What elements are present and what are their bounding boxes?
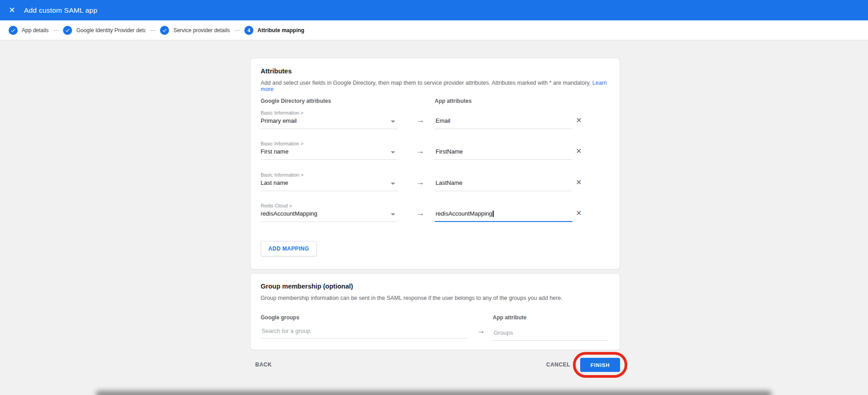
- add-mapping-button[interactable]: ADD MAPPING: [261, 241, 317, 256]
- chevron-down-icon: [391, 120, 395, 123]
- check-icon: [9, 26, 18, 35]
- check-icon: [160, 26, 169, 35]
- attributes-card-description: Add and select user fields in Google Dir…: [261, 80, 620, 92]
- app-attribute-input-focused[interactable]: redisAccountMapping: [435, 203, 572, 223]
- step-label: Attribute mapping: [257, 27, 304, 34]
- attribute-value: redisAccountMapping: [261, 210, 317, 217]
- delete-mapping-icon[interactable]: ✕: [573, 115, 584, 125]
- dialog-title: Add custom SAML app: [24, 6, 97, 14]
- check-icon: [63, 26, 72, 35]
- app-attribute-value: redisAccountMapping: [436, 210, 494, 217]
- arrow-right-icon: →: [411, 146, 429, 156]
- back-button[interactable]: BACK: [255, 361, 272, 368]
- step-number-badge: 4: [244, 26, 253, 35]
- attribute-category: Basic Information >: [261, 172, 303, 178]
- arrow-right-icon: →: [472, 326, 490, 336]
- field-underline: [261, 222, 398, 222]
- step-separator: —: [150, 27, 155, 34]
- field-underline: [261, 191, 398, 191]
- attribute-value: Last name: [261, 179, 288, 186]
- mapping-row: Basic Information > Last name → LastName…: [261, 172, 611, 195]
- step-label: Google Identity Provider details: [76, 27, 145, 34]
- directory-attribute-select[interactable]: Basic Information > Last name: [261, 172, 398, 192]
- app-attribute-value: Email: [436, 117, 451, 124]
- delete-mapping-icon[interactable]: ✕: [573, 145, 584, 156]
- google-directory-attributes-header: Google Directory attributes: [261, 98, 331, 104]
- directory-attribute-select[interactable]: Basic Information > Primary email: [261, 110, 398, 130]
- group-app-attribute-field: [493, 325, 608, 341]
- field-underline: [435, 129, 572, 129]
- step-app-details[interactable]: App details: [9, 26, 48, 35]
- app-attributes-header: App attributes: [435, 98, 471, 104]
- step-label: App details: [22, 27, 48, 34]
- field-underline: [435, 159, 572, 160]
- google-groups-header: Google groups: [261, 314, 299, 321]
- app-attribute-input[interactable]: Email: [435, 110, 572, 130]
- directory-attribute-select[interactable]: Basic Information > First name: [261, 141, 398, 161]
- field-underline-focused: [435, 221, 572, 222]
- group-card-description: Group membership information can be sent…: [261, 295, 563, 301]
- attribute-category: Redis Cloud >: [261, 203, 292, 208]
- group-search-field: [261, 323, 467, 339]
- add-saml-app-dialog: ✕ Add custom SAML app App details — Goog…: [0, 0, 868, 395]
- delete-mapping-icon[interactable]: ✕: [573, 177, 584, 188]
- app-attribute-input[interactable]: FirstName: [435, 141, 572, 161]
- app-attribute-value: FirstName: [436, 148, 463, 155]
- directory-attribute-select[interactable]: Redis Cloud > redisAccountMapping: [261, 203, 398, 223]
- attribute-value: Primary email: [261, 117, 296, 124]
- close-icon[interactable]: ✕: [0, 0, 20, 20]
- step-attribute-mapping[interactable]: 4 Attribute mapping: [244, 26, 304, 35]
- field-underline: [261, 129, 398, 129]
- mapping-row: Redis Cloud > redisAccountMapping → redi…: [261, 203, 611, 226]
- dialog-header: ✕ Add custom SAML app: [0, 0, 868, 20]
- arrow-right-icon: →: [411, 178, 429, 187]
- app-attribute-header: App attribute: [493, 314, 527, 321]
- mapping-row: Basic Information > First name → FirstNa…: [261, 141, 611, 164]
- chevron-down-icon: [391, 183, 395, 185]
- description-text: Add and select user fields in Google Dir…: [261, 80, 591, 86]
- delete-mapping-icon[interactable]: ✕: [573, 207, 584, 218]
- app-attribute-input[interactable]: LastName: [435, 172, 572, 192]
- cancel-button[interactable]: CANCEL: [546, 361, 570, 368]
- group-membership-card: Group membership (optional) Group member…: [250, 273, 620, 350]
- group-search-input[interactable]: [261, 323, 467, 339]
- attributes-card-title: Attributes: [261, 67, 291, 75]
- mapping-row: Basic Information > Primary email → Emai…: [261, 110, 611, 133]
- step-separator: —: [53, 27, 58, 34]
- arrow-right-icon: →: [411, 116, 429, 125]
- attribute-value: First name: [261, 148, 288, 155]
- attributes-card: Attributes Add and select user fields in…: [250, 58, 620, 270]
- step-service-provider-details[interactable]: Service provider details: [160, 26, 230, 35]
- group-app-attribute-input[interactable]: [493, 325, 608, 341]
- bottom-window-shadow: [96, 391, 771, 395]
- arrow-right-icon: →: [411, 208, 429, 218]
- finish-button[interactable]: FINISH: [580, 358, 620, 372]
- attribute-category: Basic Information >: [261, 141, 303, 146]
- app-attribute-value: LastName: [436, 179, 462, 186]
- group-card-title: Group membership (optional): [261, 283, 353, 290]
- field-underline: [435, 191, 572, 191]
- step-separator: —: [234, 27, 240, 34]
- step-google-idp-details[interactable]: Google Identity Provider details: [63, 26, 145, 35]
- chevron-down-icon: [391, 151, 395, 154]
- field-underline: [261, 159, 398, 160]
- text-cursor: [493, 211, 494, 217]
- wizard-stepper: App details — Google Identity Provider d…: [0, 20, 868, 40]
- chevron-down-icon: [391, 213, 395, 216]
- attribute-category: Basic Information >: [261, 110, 303, 116]
- step-label: Service provider details: [173, 27, 230, 34]
